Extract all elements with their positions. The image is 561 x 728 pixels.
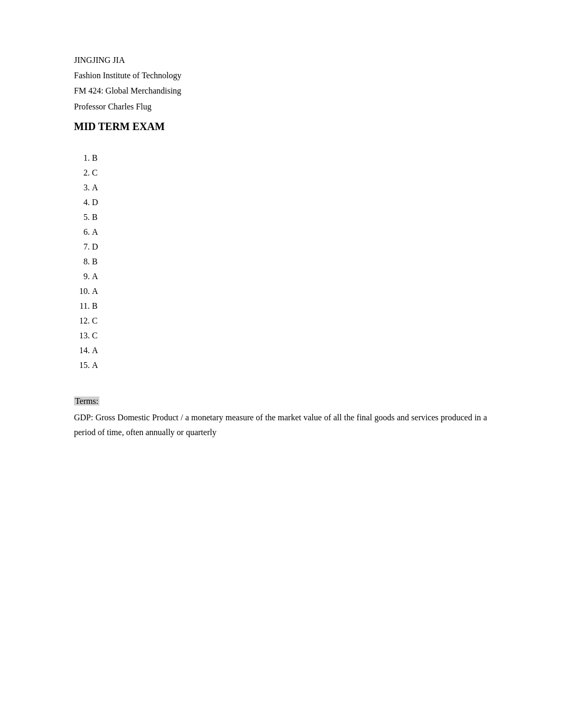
- answer-value: B: [92, 151, 98, 165]
- answer-item: 4.D: [74, 195, 487, 210]
- answer-value: B: [92, 210, 98, 225]
- answer-number: 6.: [74, 225, 90, 239]
- answer-number: 9.: [74, 269, 90, 284]
- answer-number: 2.: [74, 165, 90, 180]
- answer-number: 5.: [74, 210, 90, 225]
- answer-item: 6.A: [74, 225, 487, 239]
- answer-value: A: [92, 269, 98, 284]
- answer-item: 15.A: [74, 358, 487, 373]
- answers-section: 1.B2.C3.A4.D5.B6.A7.D8.B9.A10.A11.B12.C1…: [74, 151, 487, 373]
- answer-item: 8.B: [74, 254, 487, 269]
- answer-item: 3.A: [74, 180, 487, 195]
- gdp-definition-text: Gross Domestic Product / a monetary meas…: [74, 413, 487, 437]
- terms-header: Terms:: [74, 394, 487, 408]
- gdp-term: GDP:: [74, 413, 93, 422]
- exam-title: MID TERM EXAM: [74, 118, 487, 135]
- answer-item: 14.A: [74, 343, 487, 358]
- answer-number: 14.: [74, 343, 90, 358]
- answer-number: 7.: [74, 239, 90, 254]
- answer-number: 11.: [74, 299, 90, 314]
- answer-value: A: [92, 225, 98, 239]
- answer-item: 1.B: [74, 151, 487, 165]
- answer-item: 2.C: [74, 165, 487, 180]
- answer-number: 4.: [74, 195, 90, 210]
- answer-value: A: [92, 343, 98, 358]
- institution-name: Fashion Institute of Technology: [74, 68, 487, 82]
- answer-item: 7.D: [74, 239, 487, 254]
- header-section: JINGJING JIA Fashion Institute of Techno…: [74, 53, 487, 135]
- gdp-definition: GDP: Gross Domestic Product / a monetary…: [74, 410, 487, 440]
- answer-item: 10.A: [74, 284, 487, 299]
- answer-item: 5.B: [74, 210, 487, 225]
- terms-label: Terms:: [74, 397, 99, 406]
- answer-value: B: [92, 254, 98, 269]
- answer-value: C: [92, 165, 98, 180]
- answer-number: 3.: [74, 180, 90, 195]
- answer-item: 11.B: [74, 299, 487, 314]
- answer-number: 1.: [74, 151, 90, 165]
- page-container: JINGJING JIA Fashion Institute of Techno…: [0, 0, 561, 493]
- answer-item: 9.A: [74, 269, 487, 284]
- answer-item: 12.C: [74, 314, 487, 328]
- answer-value: C: [92, 314, 98, 328]
- terms-section: Terms: GDP: Gross Domestic Product / a m…: [74, 394, 487, 440]
- answer-number: 10.: [74, 284, 90, 299]
- answer-value: A: [92, 358, 98, 373]
- professor-name: Professor Charles Flug: [74, 99, 487, 114]
- answer-value: D: [92, 195, 98, 210]
- answer-value: A: [92, 284, 98, 299]
- answer-number: 12.: [74, 314, 90, 328]
- answer-value: C: [92, 328, 98, 343]
- answer-number: 15.: [74, 358, 90, 373]
- answer-value: D: [92, 239, 98, 254]
- answer-number: 8.: [74, 254, 90, 269]
- course-name: FM 424: Global Merchandising: [74, 84, 487, 98]
- answer-number: 13.: [74, 328, 90, 343]
- student-name: JINGJING JIA: [74, 53, 487, 67]
- answer-value: A: [92, 180, 98, 195]
- answer-value: B: [92, 299, 98, 314]
- answer-item: 13.C: [74, 328, 487, 343]
